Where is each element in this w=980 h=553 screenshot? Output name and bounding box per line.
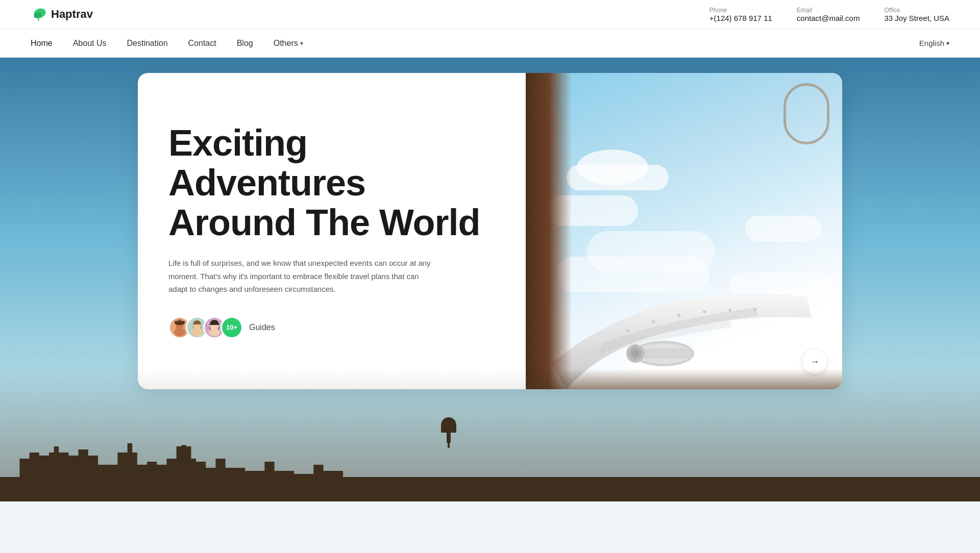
tower — [447, 433, 451, 443]
logo-area[interactable]: Haptrav — [31, 6, 93, 22]
nav-link-blog[interactable]: Blog — [237, 39, 253, 47]
base — [448, 443, 450, 448]
guides-row: 10+ Guides — [168, 316, 495, 339]
hero-title: Exciting Adventures Around The World — [168, 123, 495, 242]
email-value: contact@mail.com — [797, 14, 860, 22]
office-label: Office — [884, 7, 900, 14]
chevron-down-icon: ▾ — [946, 40, 949, 47]
logo-text: Haptrav — [51, 8, 93, 21]
email-label: Email — [797, 7, 812, 14]
phone-label: Phone — [709, 7, 727, 14]
window-oval — [783, 83, 829, 144]
nav-item-blog[interactable]: Blog — [237, 39, 253, 48]
svg-point-18 — [728, 309, 731, 312]
contact-area: Phone +(124) 678 917 11 Email contact@ma… — [709, 7, 949, 22]
svg-point-7 — [178, 319, 181, 322]
svg-point-17 — [703, 310, 706, 313]
hero-left: Exciting Adventures Around The World Lif… — [138, 73, 526, 389]
landmark — [441, 417, 456, 443]
hero-right: → — [526, 73, 842, 389]
nav-links: Home About Us Destination Contact Blog O… — [31, 39, 303, 48]
office-value: 33 Joy Street, USA — [884, 14, 949, 22]
nav-item-home[interactable]: Home — [31, 39, 53, 48]
dome — [441, 417, 456, 433]
nav-link-home[interactable]: Home — [31, 39, 53, 47]
airplane-wing — [551, 185, 817, 389]
cloud-2 — [577, 149, 648, 185]
top-bar: Haptrav Phone +(124) 678 917 11 Email co… — [0, 0, 980, 29]
nav-bar: Home About Us Destination Contact Blog O… — [0, 29, 980, 58]
nav-item-others[interactable]: Others ▾ — [274, 39, 303, 48]
svg-point-13 — [209, 328, 220, 336]
svg-point-15 — [652, 320, 655, 323]
nav-link-others[interactable]: Others — [274, 39, 298, 48]
language-selector[interactable]: English ▾ — [919, 39, 949, 47]
hero-background: Exciting Adventures Around The World Lif… — [0, 58, 980, 501]
guides-label: Guides — [249, 323, 275, 332]
svg-point-14 — [626, 329, 629, 332]
svg-point-10 — [191, 328, 203, 336]
office-info: Office 33 Joy Street, USA — [884, 7, 949, 22]
leaf-icon — [31, 6, 47, 22]
svg-point-4 — [174, 328, 185, 336]
svg-point-16 — [677, 314, 680, 317]
nav-item-about[interactable]: About Us — [73, 39, 107, 48]
nav-link-destination[interactable]: Destination — [127, 39, 168, 47]
svg-point-25 — [632, 350, 639, 357]
nav-item-destination[interactable]: Destination — [127, 39, 168, 48]
nav-link-contact[interactable]: Contact — [188, 39, 216, 47]
phone-info: Phone +(124) 678 917 11 — [709, 7, 772, 22]
window-interior-bottom — [526, 369, 842, 389]
city-silhouette — [0, 440, 980, 501]
hero-card: Exciting Adventures Around The World Lif… — [138, 73, 842, 389]
nav-link-about[interactable]: About Us — [73, 39, 107, 47]
hero-description: Life is full of surprises, and we know t… — [168, 257, 434, 296]
nav-item-contact[interactable]: Contact — [188, 39, 216, 48]
guide-avatars: 10+ — [168, 316, 243, 339]
window-interior-left — [526, 73, 572, 389]
email-info: Email contact@mail.com — [797, 7, 860, 22]
chevron-down-icon: ▾ — [300, 40, 303, 47]
phone-value: +(124) 678 917 11 — [709, 14, 772, 22]
svg-point-19 — [754, 308, 757, 311]
language-label: English — [919, 39, 944, 47]
avatar-count: 10+ — [220, 316, 243, 339]
